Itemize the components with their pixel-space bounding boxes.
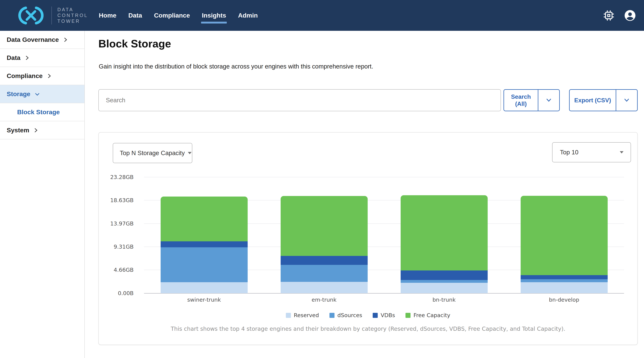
account-circle-icon[interactable]: [624, 10, 636, 21]
bar-segment-reserved[interactable]: [401, 283, 488, 293]
sidebar: Data Governance Data Compliance Storage …: [0, 31, 85, 358]
search-all-split-button: Search (All): [504, 89, 560, 111]
brand-line: DATA: [58, 7, 88, 13]
bar-segment-vdbs[interactable]: [521, 275, 608, 279]
sidebar-item-label: Data Governance: [7, 36, 59, 43]
chevron-down-icon: [546, 98, 552, 102]
legend-item-reserved[interactable]: Reserved: [286, 312, 319, 318]
bar-segment-reserved[interactable]: [161, 282, 248, 293]
sidebar-item-data-governance[interactable]: Data Governance: [0, 31, 84, 49]
legend-swatch: [406, 313, 410, 318]
caret-down-icon: [188, 152, 192, 154]
bar-segment-free-capacity[interactable]: [161, 197, 248, 241]
legend-item-free-capacity[interactable]: Free Capacity: [406, 312, 450, 318]
stacked-bar-em-trunk[interactable]: [281, 196, 368, 293]
bar-segment-vdbs[interactable]: [281, 256, 368, 265]
metric-select[interactable]: Top N Storage Capacity: [113, 143, 192, 163]
chip-icon[interactable]: [603, 10, 614, 21]
sidebar-item-label: System: [7, 126, 29, 134]
sidebar-item-label: Storage: [7, 90, 30, 98]
chevron-right-icon: [62, 37, 68, 43]
topn-select-value: Top 10: [560, 149, 578, 156]
legend-label: Free Capacity: [414, 312, 450, 318]
bar-segment-dsources[interactable]: [161, 247, 248, 282]
y-axis-tick-label: 4.66GB: [97, 267, 134, 273]
legend-label: dSources: [338, 312, 362, 318]
y-axis-tick-label: 23.28GB: [97, 174, 134, 180]
chart-plot: 0.00B4.66GB9.31GB13.97GB18.63GB23.28GBsw…: [144, 177, 624, 293]
legend-label: VDBs: [381, 312, 395, 318]
bar-segment-dsources[interactable]: [401, 280, 488, 283]
sidebar-item-label: Data: [7, 54, 20, 61]
legend-item-dsources[interactable]: dSources: [330, 312, 362, 318]
sidebar-item-compliance[interactable]: Compliance: [0, 67, 84, 85]
legend-item-vdbs[interactable]: VDBs: [373, 312, 395, 318]
nav-item-admin[interactable]: Admin: [238, 10, 258, 21]
sidebar-item-data[interactable]: Data: [0, 49, 84, 67]
export-csv-button[interactable]: Export (CSV): [570, 90, 616, 111]
export-options-dropdown-button[interactable]: [616, 90, 637, 111]
chevron-down-icon: [623, 98, 630, 102]
sidebar-item-label: Block Storage: [17, 108, 60, 116]
sidebar-item-block-storage[interactable]: Block Storage: [0, 103, 84, 121]
legend-swatch: [373, 313, 378, 318]
x-axis-category-label: em-trunk: [278, 297, 371, 303]
topn-select[interactable]: Top 10: [552, 142, 631, 162]
metric-select-value: Top N Storage Capacity: [120, 149, 185, 157]
bar-segment-free-capacity[interactable]: [401, 195, 488, 270]
page-description: Gain insight into the distribution of bl…: [99, 63, 373, 70]
nav-item-data[interactable]: Data: [128, 10, 142, 21]
brand-divider: [52, 7, 52, 25]
sidebar-item-label: Compliance: [7, 72, 43, 80]
stacked-bar-bn-trunk[interactable]: [401, 195, 488, 293]
y-axis-tick-label: 18.63GB: [97, 197, 134, 204]
sidebar-item-system[interactable]: System: [0, 121, 84, 139]
y-axis-tick-label: 9.31GB: [97, 244, 134, 250]
caret-down-icon: [620, 151, 624, 153]
y-axis-tick-label: 13.97GB: [97, 221, 134, 227]
bar-segment-vdbs[interactable]: [401, 270, 488, 280]
nav-item-compliance[interactable]: Compliance: [154, 10, 190, 21]
chevron-down-icon: [34, 91, 40, 97]
chart-legend: ReserveddSourcesVDBsFree Capacity: [99, 312, 637, 318]
search-all-button[interactable]: Search (All): [504, 90, 538, 111]
bar-segment-free-capacity[interactable]: [521, 196, 608, 275]
nav-item-home[interactable]: Home: [99, 10, 116, 21]
legend-label: Reserved: [294, 312, 319, 318]
search-options-dropdown-button[interactable]: [538, 90, 559, 111]
nav-item-insights[interactable]: Insights: [202, 10, 226, 21]
bar-segment-dsources[interactable]: [521, 279, 608, 282]
app-header: DATA CONTROL TOWER Home Data Compliance …: [0, 0, 644, 31]
export-csv-split-button: Export (CSV): [569, 89, 638, 111]
sidebar-item-storage[interactable]: Storage: [0, 85, 84, 103]
brand-line: CONTROL: [58, 13, 88, 18]
bar-segment-dsources[interactable]: [281, 265, 368, 282]
chart-caption: This chart shows the top 4 storage engin…: [99, 325, 637, 332]
header-actions: [603, 10, 638, 21]
brand-logo-icon[interactable]: [16, 5, 46, 26]
x-axis-category-label: swiner-trunk: [158, 297, 251, 303]
brand-line: TOWER: [58, 18, 88, 24]
chart-card: Top N Storage Capacity Top 10 0.00B4.66G…: [98, 132, 638, 345]
stacked-bar-bn-develop[interactable]: [521, 196, 608, 293]
search-input[interactable]: [98, 89, 501, 111]
page-title: Block Storage: [98, 37, 171, 50]
bar-segment-free-capacity[interactable]: [281, 196, 368, 256]
legend-swatch: [330, 313, 334, 318]
brand-wordmark: DATA CONTROL TOWER: [58, 7, 88, 24]
chevron-right-icon: [46, 73, 52, 79]
y-axis-tick-label: 0.00B: [97, 290, 134, 296]
main-nav: Home Data Compliance Insights Admin: [99, 10, 258, 21]
bar-segment-reserved[interactable]: [281, 282, 368, 293]
stacked-bar-swiner-trunk[interactable]: [161, 197, 248, 293]
gridline: [144, 177, 624, 177]
bar-segment-reserved[interactable]: [521, 282, 608, 293]
legend-swatch: [286, 313, 291, 318]
x-axis-category-label: bn-trunk: [398, 297, 491, 303]
x-axis-category-label: bn-develop: [518, 297, 611, 303]
chevron-right-icon: [24, 55, 30, 61]
chevron-right-icon: [33, 127, 38, 133]
bar-segment-vdbs[interactable]: [161, 241, 248, 247]
